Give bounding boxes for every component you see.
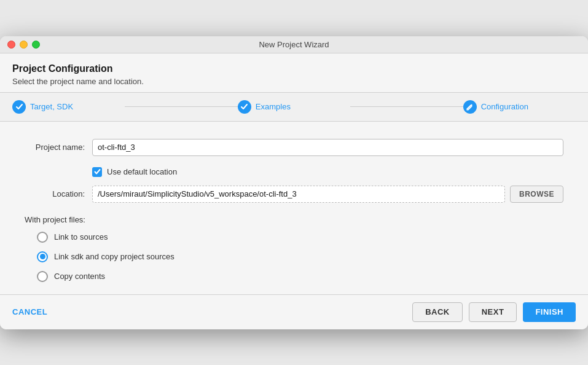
radio-copy-contents[interactable]: Copy contents: [37, 271, 563, 282]
step-configuration[interactable]: Configuration: [463, 100, 576, 114]
step-target-sdk-icon: [12, 100, 26, 114]
cancel-button[interactable]: CANCEL: [12, 307, 47, 316]
radio-link-to-sources-label: Link to sources: [54, 232, 108, 241]
step-configuration-icon: [463, 100, 477, 114]
step-connector-2: [350, 106, 463, 107]
check-icon: [240, 103, 248, 111]
location-input-group: BROWSE: [92, 186, 563, 203]
project-files-label: With project files:: [25, 215, 563, 224]
use-default-location-label: Use default location: [107, 167, 177, 176]
radio-link-to-sources-button[interactable]: [37, 232, 48, 243]
back-button[interactable]: BACK: [412, 302, 463, 322]
radio-link-sdk-copy-label: Link sdk and copy project sources: [54, 252, 174, 261]
radio-copy-contents-button[interactable]: [37, 271, 48, 282]
project-name-label: Project name:: [25, 143, 92, 152]
footer-right: BACK NEXT FINISH: [412, 302, 576, 322]
radio-group: Link to sources Link sdk and copy projec…: [37, 232, 563, 282]
location-label: Location:: [25, 189, 92, 198]
radio-copy-contents-label: Copy contents: [54, 272, 105, 281]
use-default-location-checkbox[interactable]: [92, 167, 102, 177]
page-subtitle: Select the project name and location.: [12, 77, 576, 86]
browse-button[interactable]: BROWSE: [510, 186, 563, 203]
titlebar: New Project Wizard: [0, 36, 588, 53]
location-row: Location: BROWSE: [25, 186, 563, 203]
step-target-sdk[interactable]: Target, SDK: [12, 100, 125, 114]
radio-link-sdk-copy-button[interactable]: [37, 251, 48, 262]
footer: CANCEL BACK NEXT FINISH: [0, 294, 588, 329]
finish-button[interactable]: FINISH: [523, 302, 576, 322]
radio-selected-dot: [40, 254, 45, 259]
traffic-lights: [7, 41, 40, 49]
step-examples-icon: [238, 100, 251, 114]
project-name-input[interactable]: [92, 139, 563, 156]
radio-link-sdk-copy[interactable]: Link sdk and copy project sources: [37, 251, 563, 262]
project-name-row: Project name:: [25, 139, 563, 156]
next-button[interactable]: NEXT: [469, 302, 517, 322]
wizard-steps: Target, SDK Examples Configuration: [0, 93, 588, 122]
step-examples[interactable]: Examples: [238, 100, 350, 114]
step-connector-1: [125, 106, 237, 107]
step-examples-label: Examples: [256, 102, 291, 111]
checkbox-check-icon: [94, 168, 101, 175]
edit-icon: [466, 103, 474, 111]
radio-link-to-sources[interactable]: Link to sources: [37, 232, 563, 243]
page-title: Project Configuration: [12, 63, 576, 74]
check-icon: [15, 103, 23, 111]
close-button[interactable]: [7, 41, 15, 49]
window-title: New Project Wizard: [259, 40, 329, 49]
footer-left: CANCEL: [12, 307, 47, 316]
maximize-button[interactable]: [32, 41, 40, 49]
page-header: Project Configuration Select the project…: [0, 53, 588, 93]
minimize-button[interactable]: [20, 41, 28, 49]
wizard-window: New Project Wizard Project Configuration…: [0, 36, 588, 329]
step-target-sdk-label: Target, SDK: [30, 102, 73, 111]
main-content: Project name: Use default location Locat…: [0, 122, 588, 294]
use-default-location-row: Use default location: [92, 167, 563, 177]
project-files-section: With project files: Link to sources Link…: [25, 215, 563, 282]
step-configuration-label: Configuration: [481, 102, 528, 111]
location-input[interactable]: [92, 186, 505, 203]
